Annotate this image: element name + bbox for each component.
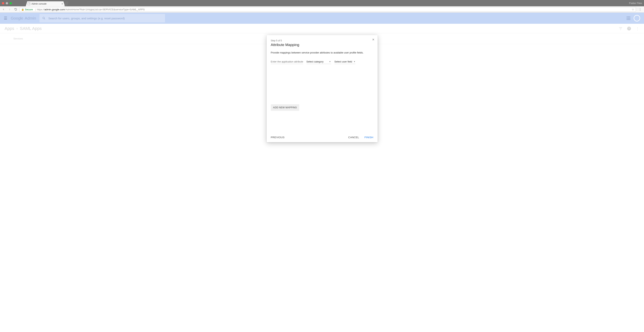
more-menu-icon[interactable]: ⋮ xyxy=(636,26,640,31)
hamburger-menu-icon[interactable]: ☰ xyxy=(4,16,7,20)
chevron-right-icon: › xyxy=(16,27,18,30)
app-header: ☰ Google Admin Search for users, groups,… xyxy=(0,13,644,24)
window-traffic-lights xyxy=(2,2,12,4)
tab-title: Admin console xyxy=(32,2,46,5)
search-icon xyxy=(42,16,46,20)
minimize-window-dot[interactable] xyxy=(6,2,8,4)
header-right xyxy=(627,15,640,22)
browser-toolbar: 🔒 Secure | https://admin.google.com/Admi… xyxy=(0,6,644,13)
back-button[interactable] xyxy=(1,7,6,12)
modal-step: Step 5 of 5 xyxy=(271,39,373,42)
brand: Google Admin xyxy=(11,16,36,20)
breadcrumb-item-saml-apps: SAML Apps xyxy=(20,26,42,31)
svg-point-0 xyxy=(43,17,44,19)
services-label: Services xyxy=(14,37,23,40)
browser-tab[interactable]: Admin console × xyxy=(26,1,65,6)
search-input[interactable]: Search for users, groups, and settings (… xyxy=(40,14,165,22)
url-path: /AdminHome?fral=1#AppsList:ca=SERVICE&se… xyxy=(65,8,145,11)
omnibox[interactable]: 🔒 Secure | https://admin.google.com/Admi… xyxy=(20,7,636,12)
new-tab-button[interactable] xyxy=(64,2,68,6)
close-window-dot[interactable] xyxy=(2,2,4,4)
help-icon[interactable]: ? xyxy=(627,27,631,30)
svg-line-1 xyxy=(44,18,45,19)
attribute-mapping-modal: × Step 5 of 5 Attribute Mapping Provide … xyxy=(266,35,378,44)
url-proto: https:// xyxy=(37,8,44,11)
brand-admin: Admin xyxy=(25,16,36,20)
window-right-label: Flatter Files xyxy=(629,2,642,4)
zoom-window-dot[interactable] xyxy=(10,2,12,4)
breadcrumb-item-apps[interactable]: Apps xyxy=(4,26,14,31)
close-tab-icon[interactable]: × xyxy=(62,2,63,5)
avatar[interactable] xyxy=(634,15,640,22)
modal-title: Attribute Mapping xyxy=(271,43,373,44)
filter-icon[interactable] xyxy=(619,27,622,30)
breadcrumb: Apps › SAML Apps xyxy=(4,26,42,31)
secure-label: Secure xyxy=(25,8,33,11)
apps-launcher-icon[interactable] xyxy=(627,16,630,20)
brand-google: Google xyxy=(11,16,23,20)
forward-button[interactable] xyxy=(7,7,12,12)
lock-icon: 🔒 xyxy=(21,8,24,11)
bookmark-star-icon[interactable]: ☆ xyxy=(632,8,634,11)
window-title-bar: Admin console × Flatter Files xyxy=(0,0,644,6)
url-host: admin.google.com xyxy=(44,8,65,11)
page-icon xyxy=(28,2,30,5)
search-placeholder: Search for users, groups, and settings (… xyxy=(48,17,125,20)
tab-strip: Admin console × xyxy=(26,0,68,6)
breadcrumb-bar: Apps › SAML Apps ? ⋮ xyxy=(0,24,644,33)
reload-button[interactable] xyxy=(14,7,18,12)
browser-menu-icon[interactable]: ⋮ xyxy=(638,8,643,11)
close-icon[interactable]: × xyxy=(372,38,374,42)
